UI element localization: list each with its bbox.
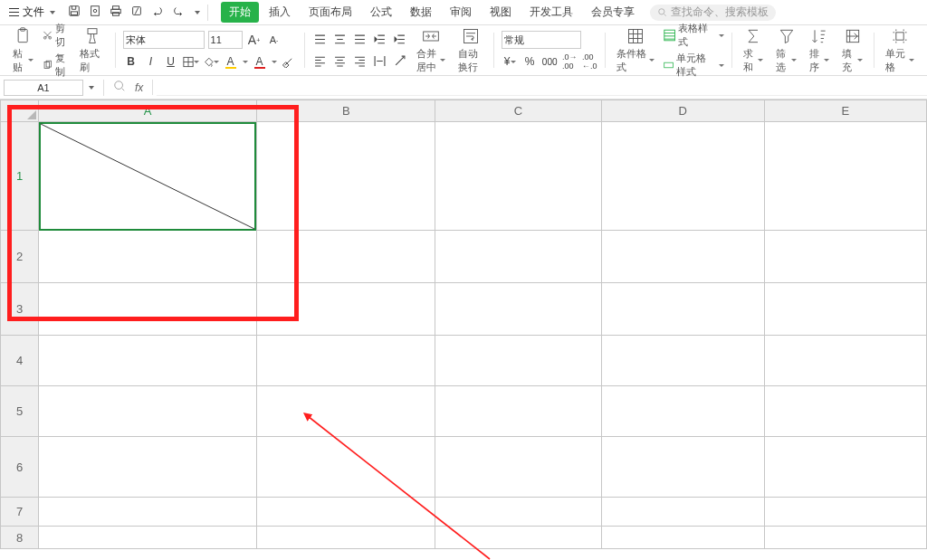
cell-E5[interactable] [764,386,926,437]
merge-center-button[interactable]: 合并居中 [413,25,449,76]
cell-C4[interactable] [435,336,601,386]
cell-A2[interactable] [39,231,257,283]
cancel-formula-icon[interactable] [113,80,126,95]
undo-icon[interactable] [151,5,164,20]
redo-icon[interactable] [172,5,185,20]
cell-B2[interactable] [257,231,435,283]
tab-layout[interactable]: 页面布局 [301,2,360,23]
col-header-A[interactable]: A [39,100,257,122]
cell-C6[interactable] [435,437,601,498]
conditional-format-button[interactable]: 条件格式 [613,25,658,76]
cell-E4[interactable] [764,336,926,386]
percent-button[interactable]: % [521,53,538,70]
copy-button[interactable]: 复制 [43,52,71,79]
cell-E3[interactable] [764,283,926,336]
format-painter-button[interactable]: 格式刷 [76,25,107,76]
spreadsheet[interactable]: A B C D E 1 2 3 4 5 6 7 8 [0,100,927,560]
tab-view[interactable]: 视图 [482,2,520,23]
underline-button[interactable]: U [163,53,179,70]
align-center-button[interactable] [331,52,348,69]
cell-A4[interactable] [39,336,257,386]
cell-C8[interactable] [435,527,601,549]
cell-B1[interactable] [257,122,435,231]
row-header-8[interactable]: 8 [1,527,39,549]
search-box[interactable]: 查找命令、搜索模板 [650,5,776,21]
cell-style-button[interactable]: 单元格样式 [664,52,724,79]
distribute-h-button[interactable] [371,52,387,69]
namebox-caret-icon[interactable] [89,86,94,90]
align-left-button[interactable] [311,52,328,69]
highlight-button[interactable]: A [223,53,239,70]
tab-formula[interactable]: 公式 [362,2,400,23]
cell-E2[interactable] [764,231,926,283]
increase-font-button[interactable]: A+ [246,32,263,48]
cell-A7[interactable] [39,498,257,527]
decrease-font-button[interactable]: A- [266,32,282,48]
fx-icon[interactable]: fx [135,81,143,94]
cell-C2[interactable] [435,231,601,283]
cell-C3[interactable] [435,283,601,336]
table-style-button[interactable]: 表格样式 [664,22,724,49]
align-bottom-button[interactable] [351,32,368,48]
cell-E8[interactable] [764,527,926,549]
cell-B7[interactable] [257,498,435,527]
cell-D4[interactable] [601,336,764,386]
border-button[interactable] [183,53,199,70]
cell-A8[interactable] [39,527,257,549]
tab-start[interactable]: 开始 [221,2,259,23]
preview-icon[interactable] [89,5,101,20]
increase-indent-button[interactable] [391,32,407,48]
col-header-B[interactable]: B [257,100,435,122]
cell-B4[interactable] [257,336,435,386]
col-header-C[interactable]: C [435,100,601,122]
cell-D2[interactable] [601,231,764,283]
font-size-select[interactable] [208,31,243,49]
number-format-select[interactable] [502,31,581,49]
italic-button[interactable]: I [143,53,159,70]
sort-button[interactable]: 排序 [806,25,833,76]
increase-decimal-button[interactable]: .0→.00 [561,53,578,70]
cell-B8[interactable] [257,527,435,549]
select-all-corner[interactable] [1,100,39,122]
tab-devtools[interactable]: 开发工具 [521,2,581,23]
cell-D7[interactable] [601,498,764,527]
align-top-button[interactable] [311,32,328,48]
wrap-text-button[interactable]: 自动换行 [454,25,486,76]
row-header-1[interactable]: 1 [1,122,39,231]
cell-A3[interactable] [39,283,257,336]
cell-E7[interactable] [764,498,926,527]
cell-B6[interactable] [257,437,435,498]
formula-input[interactable] [157,80,927,96]
save-icon[interactable] [68,5,81,20]
cell-D6[interactable] [601,437,764,498]
col-header-E[interactable]: E [764,100,926,122]
refresh-icon[interactable] [130,5,143,20]
font-name-select[interactable] [123,31,205,49]
name-box[interactable] [4,80,83,96]
align-right-button[interactable] [351,52,368,69]
comma-style-button[interactable]: 000 [541,53,558,70]
file-menu[interactable]: 文件 [4,3,61,22]
row-header-7[interactable]: 7 [1,498,39,527]
cell-A6[interactable] [39,437,257,498]
row-header-2[interactable]: 2 [1,231,39,283]
align-middle-button[interactable] [331,32,348,48]
cell-D1[interactable] [601,122,764,231]
cell-D5[interactable] [601,386,764,437]
sum-button[interactable]: 求和 [740,25,767,76]
clear-format-button[interactable] [281,53,297,70]
qat-dropdown-icon[interactable] [195,11,200,14]
cell-A5[interactable] [39,386,257,437]
print-icon[interactable] [110,5,122,20]
tab-data[interactable]: 数据 [402,2,440,23]
cell-E1[interactable] [764,122,926,231]
cell-B3[interactable] [257,283,435,336]
filter-button[interactable]: 筛选 [772,25,799,76]
cell-B5[interactable] [257,386,435,437]
cell-C5[interactable] [435,386,601,437]
fill-color-button[interactable] [203,53,219,70]
cell-C1[interactable] [435,122,601,231]
row-header-4[interactable]: 4 [1,336,39,386]
tab-review[interactable]: 审阅 [442,2,480,23]
tab-member[interactable]: 会员专享 [583,2,643,23]
